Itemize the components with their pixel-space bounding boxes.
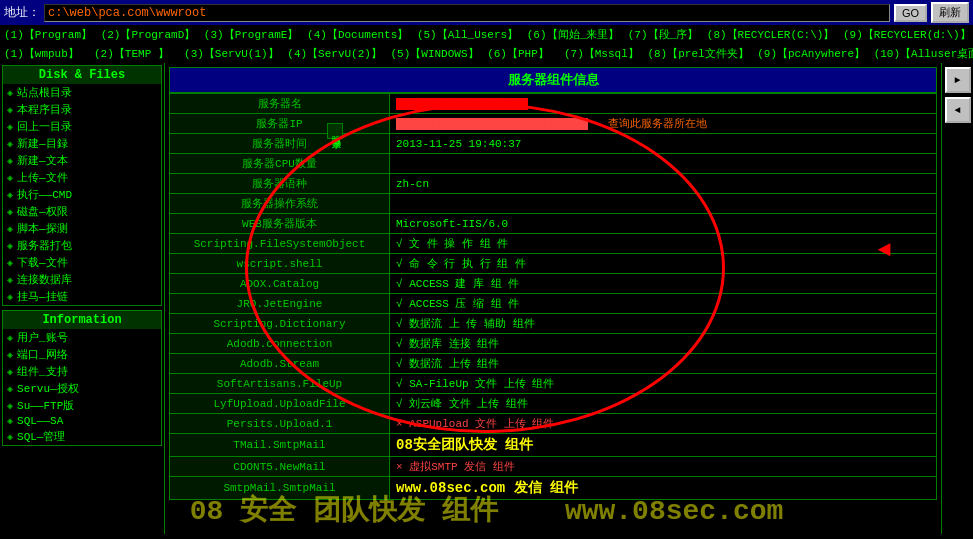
upload-icon: ◈ [7,172,13,184]
sidebar-item-cmd[interactable]: ◈ 执行——CMD [3,186,161,203]
sidebar-item-root-label: 站点根目录 [17,85,72,100]
bookmark-wmpub[interactable]: (1)【wmpub】 [4,48,79,60]
bookmark-temp[interactable]: (2)【TEMP 】 [87,48,168,60]
cell-server-ip-value: ████████████████████ 查询此服务器所在地 [390,114,937,134]
sa-fileup-check: √ SA-FileUp 文件 上传 组件 [396,378,554,390]
cell-fso-value: √ 文 件 操 作 组 件 [390,234,937,254]
bookmark-servu1[interactable]: (3)【ServU(1)】 [177,48,278,60]
sql-sa-icon: ◈ [7,415,13,427]
sidebar-item-users[interactable]: ◈ 用户_账号 [3,329,161,346]
tmail-watermark: 08安全团队快发 组件 [396,437,533,453]
cell-adodb-conn-label: Adodb.connection [170,334,390,354]
cell-adodb-stream-label: Adodb.Stream [170,354,390,374]
right-icon-1[interactable]: ► [945,67,971,93]
cell-tmail-label: TMail.SmtpMail [170,434,390,457]
sidebar-item-trojan[interactable]: ◈ 挂马—挂链 [3,288,161,305]
sidebar-item-su-ftp[interactable]: ◈ Su——FTP版 [3,397,161,414]
bookmark-php[interactable]: (6)【PHP】 [487,48,549,60]
bookmark-recycler-d[interactable]: (9)【RECYCLER(d:\)】 [843,29,971,41]
fso-check: √ 文 件 操 作 组 件 [396,238,508,250]
cell-server-name-label: 服务器名 [170,94,390,114]
cdont-cross: × 虚拟SMTP 发信 组件 [396,461,515,473]
cell-jro-value: √ ACCESS 压 缩 组 件 [390,294,937,314]
cell-scripting-dict-label: Scripting.Dictionary [170,314,390,334]
jro-check: √ ACCESS 压 缩 组 件 [396,298,519,310]
bookmark-programe[interactable]: (3)【ProgramE】 [204,29,299,41]
components-icon: ◈ [7,366,13,378]
cell-web-version-label: WEB服务器版本 [170,214,390,234]
table-row: 服务器语种 zh-cn [170,174,937,194]
cell-os-value [390,194,937,214]
sidebar-item-users-label: 用户_账号 [17,330,68,345]
query-link[interactable]: 查询此服务器所在地 [595,118,707,130]
sidebar-item-script[interactable]: ◈ 脚本—探测 [3,220,161,237]
bookmark-mssql[interactable]: (7)【Mssql】 [557,48,638,60]
cell-cpu-count-value [390,154,937,174]
address-label: 地址： [4,4,40,21]
server-info-wrapper: 服务器组件信息 服务器名 ██████████████ 服务器IP ██████… [165,63,941,534]
sidebar-item-pack-label: 服务器打包 [17,238,72,253]
users-icon: ◈ [7,332,13,344]
cell-server-name-value: ██████████████ [390,94,937,114]
refresh-button[interactable]: 刷新 [931,2,969,23]
sidebar-item-new-dir[interactable]: ◈ 新建—目録 [3,135,161,152]
sidebar-item-su-ftp-label: Su——FTP版 [17,398,74,413]
bookmark-perl[interactable]: (8)【prel文件夹】 [647,48,748,60]
sidebar-item-pack[interactable]: ◈ 服务器打包 [3,237,161,254]
bookmark-6[interactable]: (6)【闻始_来里】 [527,29,619,41]
su-ftp-icon: ◈ [7,400,13,412]
sidebar-item-new-text-label: 新建—文本 [17,153,68,168]
sql-admin-icon: ◈ [7,431,13,443]
cell-tmail-value: 08安全团队快发 组件 [390,434,937,457]
go-button[interactable]: GO [894,4,927,22]
table-row: ADOX.Catalog √ ACCESS 建 库 组 件 [170,274,937,294]
adodb-conn-check: √ 数据库 连接 组件 [396,338,499,350]
sidebar-item-db-connect-label: 连接数据库 [17,272,72,287]
sidebar-item-upload[interactable]: ◈ 上传—文件 [3,169,161,186]
sidebar-item-new-text[interactable]: ◈ 新建—文本 [3,152,161,169]
bookmark-7[interactable]: (7)【段_序】 [628,29,698,41]
sidebar-item-ports[interactable]: ◈ 端口_网络 [3,346,161,363]
sidebar-item-program-dir[interactable]: ◈ 本程序目录 [3,101,161,118]
bookmark-windows[interactable]: (5)【WINDOWS】 [391,48,479,60]
cell-cpu-count-label: 服务器CPU数量 [170,154,390,174]
bookmarks-row-1: (1)【Program】 (2)【ProgramD】 (3)【ProgramE】… [0,25,973,44]
sidebar-item-up-dir-label: 回上一目录 [17,119,72,134]
sidebar-item-trojan-label: 挂马—挂链 [17,289,68,304]
bookmark-documents[interactable]: (4)【Documents】 [307,29,408,41]
bookmark-programd[interactable]: (2)【ProgramD】 [101,29,196,41]
sidebar-item-download-label: 下载—文件 [17,255,68,270]
cell-server-ip-label: 服务器IP [170,114,390,134]
db-connect-icon: ◈ [7,274,13,286]
sidebar-item-components[interactable]: ◈ 组件_支持 [3,363,161,380]
program-dir-icon: ◈ [7,104,13,116]
sidebar-item-up-dir[interactable]: ◈ 回上一目录 [3,118,161,135]
address-input[interactable] [44,4,890,22]
sidebar-item-db-connect[interactable]: ◈ 连接数据库 [3,271,161,288]
hide-show-panel[interactable]: 隐 藏 显 示 [327,123,343,139]
bookmark-program[interactable]: (1)【Program】 [4,29,92,41]
sidebar-item-download[interactable]: ◈ 下载—文件 [3,254,161,271]
sidebar-item-disk-perm-label: 磁盘—权限 [17,204,68,219]
sidebar-item-components-label: 组件_支持 [17,364,68,379]
sidebar-item-sql-sa[interactable]: ◈ SQL——SA [3,414,161,428]
bookmark-pcanywhere[interactable]: (9)【pcAnywhere】 [757,48,865,60]
sidebar-item-servu[interactable]: ◈ Servu—授权 [3,380,161,397]
sidebar-item-cmd-label: 执行——CMD [17,187,72,202]
cell-sa-fileup-label: SoftArtisans.FileUp [170,374,390,394]
cell-persits-label: Persits.Upload.1 [170,414,390,434]
sidebar-item-sql-admin[interactable]: ◈ SQL—管理 [3,428,161,445]
bookmark-recycler-c[interactable]: (8)【RECYCLER(C:\)】 [707,29,835,41]
sidebar-item-root[interactable]: ◈ 站点根目录 [3,84,161,101]
cell-smtpmail-label: SmtpMail.SmtpMail [170,477,390,500]
bookmark-servu2[interactable]: (4)【ServU(2)】 [287,48,382,60]
server-table-caption: 服务器组件信息 [169,67,937,93]
table-row: 服务器操作系统 [170,194,937,214]
bookmark-all-users[interactable]: (5)【All_Users】 [417,29,518,41]
cell-lyf-label: LyfUpload.UploadFile [170,394,390,414]
right-icon-2[interactable]: ◄ [945,97,971,123]
right-panel: ► ◄ [941,63,973,534]
sidebar-item-disk-perm[interactable]: ◈ 磁盘—权限 [3,203,161,220]
table-row: wscript.shell √ 命 令 行 执 行 组 件 [170,254,937,274]
bookmark-alluser[interactable]: (10)【Alluser桌面】 [874,48,973,60]
